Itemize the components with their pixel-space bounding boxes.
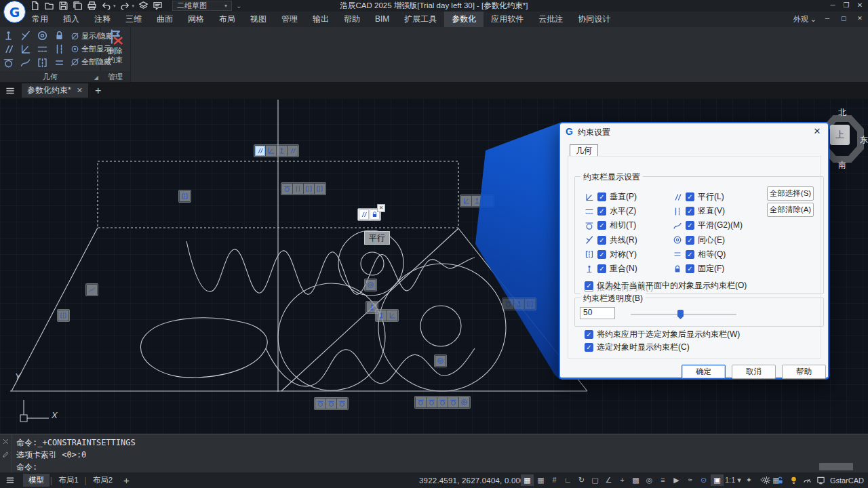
ribbon-tab-云批注[interactable]: 云批注	[531, 12, 570, 27]
toolbar-overflow-icon[interactable]: ⌄	[236, 2, 241, 9]
constraint-perpendicular-icon[interactable]	[461, 196, 471, 206]
checkbox-equal[interactable]: ✓	[686, 250, 694, 259]
constraint-badge[interactable]	[460, 195, 494, 207]
status-toggle-icon[interactable]: ✦	[743, 474, 755, 486]
constraint-coincident-icon[interactable]	[376, 310, 387, 321]
tool-equal-icon[interactable]	[54, 57, 65, 68]
transparency-input[interactable]: 50	[580, 307, 615, 319]
file-icon[interactable]	[30, 1, 40, 11]
ribbon-tab-参数化[interactable]: 参数化	[444, 12, 484, 27]
checkbox-fixed[interactable]: ✓	[686, 264, 694, 273]
tool-vertical-icon[interactable]	[54, 43, 65, 55]
ribbon-tab-布局[interactable]: 布局	[212, 12, 243, 27]
constraint-symmetric-icon[interactable]	[483, 196, 493, 206]
app-logo-icon[interactable]: G	[3, 1, 26, 23]
constraint-row-perpendicular[interactable]: ✓垂直(P)	[585, 191, 637, 203]
status-menu-icon[interactable]	[4, 476, 16, 485]
ribbon-tab-曲面[interactable]: 曲面	[149, 12, 180, 27]
clear-all-button[interactable]: 全部清除(A)	[767, 203, 814, 217]
constraint-parallel-icon[interactable]	[288, 146, 298, 156]
constraint-row-coincident[interactable]: ✓重合(N)	[585, 263, 637, 274]
status-toggle-icon[interactable]: ≈	[684, 474, 696, 486]
workspace-selector[interactable]: 二维草图▾	[172, 1, 232, 11]
constraint-concentric-icon[interactable]	[366, 280, 376, 290]
constraint-row-smooth[interactable]: ✓平滑(G2)(M)	[673, 220, 743, 231]
apply-after-select-checkbox-row[interactable]: ✓ 将约束应用于选定对象后显示约束栏(W)	[585, 329, 740, 340]
constraint-tangent-icon[interactable]	[416, 397, 426, 407]
command-line-panel[interactable]: 命令:_+CONSTRAINTSETTINGS选项卡索引 <0>:0命令:	[0, 434, 868, 473]
undo-icon[interactable]	[101, 1, 111, 11]
caret-down-icon[interactable]: ▾	[132, 3, 135, 9]
tool-parallel-icon[interactable]	[3, 43, 14, 55]
layout-tab-模型[interactable]: 模型	[23, 474, 50, 487]
status-toggle-icon[interactable]: +	[616, 474, 629, 486]
constraint-symmetric-icon[interactable]	[180, 191, 190, 201]
constraint-badge[interactable]	[85, 283, 98, 296]
saveall-icon[interactable]	[73, 1, 83, 11]
constraint-symmetric-icon[interactable]	[304, 184, 314, 194]
save-icon[interactable]	[58, 1, 68, 11]
tool-smooth-icon[interactable]	[20, 57, 31, 68]
ribbon-tab-协同设计[interactable]: 协同设计	[570, 12, 618, 27]
ribbon-tab-扩展工具[interactable]: 扩展工具	[397, 12, 444, 27]
ribbon-tab-常用[interactable]: 常用	[24, 12, 56, 27]
dialog-close-icon[interactable]: ✕	[812, 126, 823, 137]
folder-icon[interactable]	[44, 1, 54, 11]
show-on-select-checkbox-row[interactable]: ✓ 选定对象时显示约束栏(C)	[585, 342, 690, 353]
constraint-badge[interactable]	[375, 309, 399, 322]
status-toggle-icon[interactable]: ▶	[670, 474, 683, 486]
caret-down-icon[interactable]: ▾	[113, 3, 116, 9]
command-scrollbar[interactable]	[819, 463, 853, 470]
ribbon-tab-帮助[interactable]: 帮助	[336, 12, 368, 27]
constraint-row-collinear[interactable]: ✓共线(R)	[585, 235, 637, 246]
ribbon-tab-应用软件[interactable]: 应用软件	[484, 12, 531, 27]
ok-button[interactable]: 确定	[682, 365, 726, 379]
tool-fixed-icon[interactable]	[54, 30, 65, 41]
tool-tangent-icon[interactable]	[3, 57, 14, 68]
performance-icon[interactable]	[803, 476, 812, 485]
redo-icon[interactable]	[120, 1, 130, 11]
checkbox-collinear[interactable]: ✓	[597, 236, 606, 245]
constraint-tangent-icon[interactable]	[448, 397, 458, 407]
hamburger-menu-icon[interactable]	[4, 86, 16, 96]
restore-button[interactable]: ❐	[840, 0, 853, 12]
current-plane-checkbox[interactable]: ✓	[585, 281, 593, 290]
constraint-tangent-icon[interactable]	[437, 397, 448, 407]
constraint-tangent-icon[interactable]	[427, 397, 437, 407]
constraint-row-fixed[interactable]: ✓固定(F)	[673, 263, 724, 274]
new-tab-button[interactable]: +	[95, 85, 101, 97]
constraint-perpendicular-icon[interactable]	[266, 146, 276, 156]
constraint-badge[interactable]	[178, 190, 191, 203]
close-button[interactable]: ✕	[853, 0, 867, 12]
constraint-badge[interactable]	[281, 182, 326, 195]
status-toggle-icon[interactable]: #	[548, 474, 561, 486]
constraint-row-concentric[interactable]: ✓同心(E)	[673, 235, 725, 246]
status-toggle-icon[interactable]: ∟	[561, 474, 574, 486]
visibility-button[interactable]: 显示/隐藏	[71, 30, 100, 43]
constraint-concentric-icon[interactable]	[435, 356, 446, 366]
doc-restore-button[interactable]: ▢	[838, 14, 849, 25]
ribbon-tab-网格[interactable]: 网格	[180, 12, 212, 27]
status-toggle-icon[interactable]: ▢	[589, 474, 601, 486]
doc-minimize-button[interactable]: ─	[822, 14, 833, 25]
ribbon-tab-三维[interactable]: 三维	[118, 12, 149, 27]
tool-collinear-icon[interactable]	[20, 30, 31, 41]
tool-symmetric-icon[interactable]	[37, 57, 48, 68]
close-command-icon[interactable]	[2, 438, 9, 445]
status-toggle-icon[interactable]: ⊙	[697, 474, 710, 486]
constraint-tangent-icon[interactable]	[315, 399, 326, 409]
constraint-perpendicular-icon[interactable]	[387, 310, 397, 321]
ribbon-tab-插入[interactable]: 插入	[56, 12, 87, 27]
layout-tab-布局2[interactable]: 布局2	[87, 474, 118, 487]
constraint-row-symmetric[interactable]: ✓对称(Y)	[585, 249, 637, 260]
chat-icon[interactable]	[153, 1, 163, 11]
ribbon-tab-视图[interactable]: 视图	[243, 12, 274, 27]
show-on-select-checkbox[interactable]: ✓	[585, 343, 593, 352]
badge-close-icon[interactable]: ✕	[377, 204, 385, 212]
status-toggle-icon[interactable]: ▦	[534, 474, 547, 486]
constraint-badge[interactable]	[364, 279, 377, 291]
transparency-slider[interactable]	[631, 314, 736, 315]
constraint-badge[interactable]	[434, 354, 447, 367]
layers-icon[interactable]	[138, 1, 149, 11]
constraint-badge[interactable]	[414, 396, 471, 409]
